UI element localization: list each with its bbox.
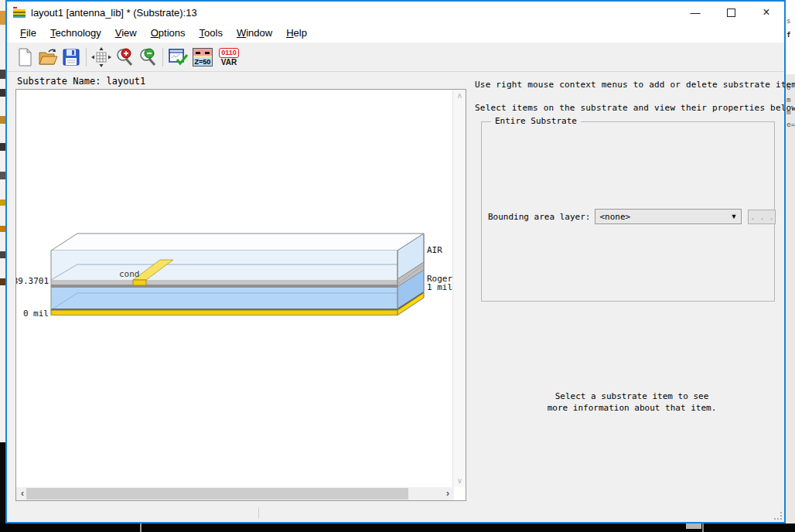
toolbar-separator <box>162 48 163 66</box>
menu-file[interactable]: File <box>13 25 43 41</box>
cond-trace-front[interactable] <box>133 280 146 285</box>
air-top-face <box>51 234 424 251</box>
horizontal-scroll-thumb[interactable] <box>26 488 408 500</box>
resize-grip[interactable] <box>774 512 782 520</box>
menu-bar: File Technology View Options Tools Windo… <box>7 23 784 43</box>
interface-layer-front[interactable] <box>51 280 398 285</box>
bounding-area-label: Bounding area layer: <box>488 212 590 222</box>
background-text-fragment: s <box>786 17 790 25</box>
zoom-in-button[interactable] <box>113 46 136 69</box>
background-text-fragment: f <box>786 31 790 39</box>
background-icon-fragment <box>0 278 5 285</box>
zoom-in-icon <box>114 47 135 67</box>
em-setup-check-icon <box>168 47 188 67</box>
scroll-down-icon[interactable]: ∨ <box>453 475 466 487</box>
var-button[interactable]: 0110 VAR <box>216 46 242 69</box>
z50-port-button[interactable]: Z=50 <box>189 46 216 69</box>
z50-port-icon: Z=50 <box>193 48 213 66</box>
window-title: layout1 [antenna_lib] * (Substrate):13 <box>31 7 197 19</box>
menu-window[interactable]: Window <box>230 25 279 41</box>
fit-view-icon <box>91 47 111 67</box>
background-fragment <box>702 523 704 532</box>
bounding-area-combobox[interactable]: <none> ▼ <box>595 209 742 224</box>
open-button[interactable] <box>36 46 60 69</box>
background-icon-fragment <box>0 172 5 179</box>
background-icon-fragment <box>0 200 5 206</box>
background-text-fragment: e= <box>786 121 795 128</box>
save-button[interactable] <box>60 46 83 69</box>
background-icon-fragment <box>0 116 5 124</box>
maximize-icon <box>727 9 735 17</box>
view-all-button[interactable] <box>90 46 113 69</box>
cover-layer-front[interactable] <box>51 311 398 315</box>
select-items-hint: Select items on the substrate and view t… <box>475 103 784 113</box>
background-icon-fragment <box>0 11 5 25</box>
browse-button[interactable]: . . . <box>748 210 776 224</box>
icon-stripe <box>13 7 17 9</box>
background-icon-fragment <box>0 70 5 79</box>
scroll-up-icon[interactable]: ∧ <box>453 90 466 102</box>
save-floppy-icon <box>62 48 80 66</box>
menu-options[interactable]: Options <box>144 25 193 41</box>
height-zero-label: 0 mil <box>23 309 49 319</box>
background-fragment <box>140 523 142 532</box>
minimize-button[interactable]: — <box>677 2 713 23</box>
var-label: VAR <box>221 58 237 66</box>
dielectric-layer-front[interactable] <box>51 288 398 309</box>
window-controls: — × <box>677 2 784 23</box>
var-bits-label: 0110 <box>219 48 239 58</box>
menu-help[interactable]: Help <box>279 25 314 41</box>
bounding-area-row: Bounding area layer: <none> ▼ . . . <box>488 209 776 224</box>
status-bar <box>7 505 784 522</box>
select-item-hint-line1: Select a substrate item to see <box>481 390 783 402</box>
vertical-scrollbar[interactable]: ∧ ∨ <box>452 90 466 487</box>
background-icon-fragment <box>0 226 5 232</box>
cover-interface-front[interactable] <box>51 309 398 311</box>
select-item-hint: Select a substrate item to see more info… <box>481 390 783 414</box>
new-document-icon <box>16 48 33 66</box>
status-divider <box>258 507 259 519</box>
zoom-out-button[interactable] <box>136 46 159 69</box>
substrate-3d-view[interactable]: cond 39.3701 0 mil AIR Rogers 1 mill <box>16 90 452 487</box>
group-title: Entire Substrate <box>491 116 581 126</box>
em-setup-check-button[interactable] <box>166 46 189 69</box>
port-dash <box>196 52 200 54</box>
new-document-button[interactable] <box>13 46 36 69</box>
background-window-right-sliver: s f o m m e= <box>786 0 795 523</box>
background-icon-fragment <box>0 251 5 258</box>
interface-layer-front-lower[interactable] <box>51 285 398 288</box>
substrate-editor-window: layout1 [antenna_lib] * (Substrate):13 —… <box>5 0 786 523</box>
entire-substrate-group: Entire Substrate Bounding area layer: <n… <box>481 121 775 302</box>
chevron-down-icon: ▼ <box>731 213 738 220</box>
maximize-button[interactable] <box>713 2 749 23</box>
zoom-out-icon <box>138 47 158 67</box>
dielectric-label-line2: 1 mill <box>427 282 452 292</box>
height-top-label: 39.3701 <box>16 276 49 286</box>
menu-tools[interactable]: Tools <box>193 25 230 41</box>
substrate-canvas[interactable]: cond 39.3701 0 mil AIR Rogers 1 mill ∧ ∨… <box>15 89 466 501</box>
open-folder-icon <box>38 48 58 66</box>
substrate-app-icon <box>13 7 26 18</box>
scroll-right-icon[interactable]: › <box>442 487 454 500</box>
var-icon: 0110 VAR <box>219 48 239 66</box>
horizontal-scrollbar[interactable]: ‹ › <box>16 487 454 500</box>
background-icon-fragment <box>0 143 5 151</box>
port-dash <box>205 52 210 54</box>
menu-technology[interactable]: Technology <box>43 25 108 41</box>
desktop-bottom-strip <box>0 523 795 532</box>
air-label: AIR <box>427 245 442 255</box>
icon-stripe <box>13 16 26 18</box>
background-icon-fragment <box>0 89 5 97</box>
toolbar-separator <box>86 48 87 66</box>
background-fragment <box>686 523 701 529</box>
title-bar[interactable]: layout1 [antenna_lib] * (Substrate):13 —… <box>7 2 784 23</box>
menu-view[interactable]: View <box>108 25 144 41</box>
select-item-hint-line2: more information about that item. <box>481 402 783 414</box>
context-menu-hint: Use right mouse context menus to add or … <box>475 80 784 90</box>
cond-label: cond <box>119 269 140 279</box>
properties-panel: Use right mouse context menus to add or … <box>475 73 784 113</box>
substrate-name-label: Substrate Name: layout1 <box>17 76 145 87</box>
background-window-left-sliver <box>0 0 5 442</box>
close-button[interactable]: × <box>749 2 784 23</box>
air-layer-front[interactable] <box>51 251 398 280</box>
